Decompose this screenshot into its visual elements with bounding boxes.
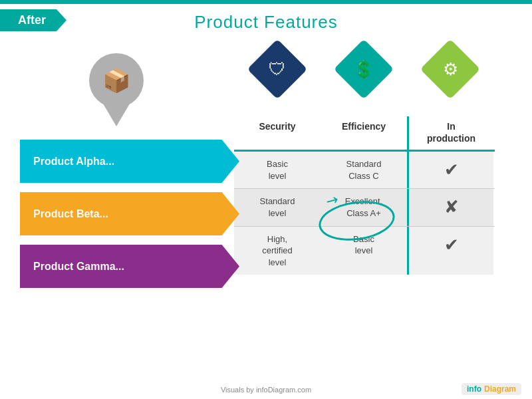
product-gamma-arrow: Product Gamma... [20, 245, 239, 288]
beta-security: Standardlevel [234, 189, 321, 225]
product-alpha-label: Product Alpha... [33, 156, 114, 168]
production-diamond-cell: ⚙ [407, 48, 493, 90]
footer-logo-diagram: Diagram [484, 384, 516, 394]
header-efficiency: Efficiency [321, 116, 407, 150]
top-bar [0, 0, 532, 4]
footer-logo: info Diagram [462, 383, 521, 395]
beta-efficiency: Excellent,Class A+ [321, 189, 407, 225]
box-icon-area: 📦 [73, 47, 160, 133]
product-beta-arrow: Product Beta... [20, 192, 239, 235]
table-row-gamma: High,certifiedlevel Basiclevel ✔ [234, 227, 495, 275]
efficiency-diamond: 💲 [334, 39, 394, 100]
alpha-efficiency: StandardClass C [321, 152, 407, 188]
products-column: Product Alpha... Product Beta... Product… [20, 140, 239, 288]
product-beta-label: Product Beta... [33, 208, 108, 220]
alpha-production: ✔ [407, 152, 493, 188]
security-diamond: 🛡 [247, 39, 308, 100]
x-icon-beta: ✘ [444, 197, 459, 217]
location-pin: 📦 [86, 53, 146, 126]
page-title: Product Features [0, 12, 532, 33]
header-in-production: Inproduction [407, 116, 493, 150]
alpha-security: Basiclevel [234, 152, 321, 188]
efficiency-icon: 💲 [353, 59, 374, 80]
gamma-security: High,certifiedlevel [234, 227, 321, 275]
product-gamma-label: Product Gamma... [33, 261, 124, 273]
table-row-beta: Standardlevel Excellent,Class A+ ✘ [234, 189, 495, 226]
security-icon: 🛡 [269, 59, 286, 80]
product-alpha-arrow: Product Alpha... [20, 140, 239, 183]
check-icon-alpha: ✔ [444, 160, 459, 180]
production-diamond: ⚙ [420, 39, 481, 100]
production-icon: ⚙ [443, 59, 458, 80]
box-icon: 📦 [102, 67, 130, 94]
diamonds-row: 🛡 💲 ⚙ [234, 48, 495, 90]
gamma-efficiency: Basiclevel [321, 227, 407, 275]
table-row-alpha: Basiclevel StandardClass C ✔ [234, 152, 495, 189]
footer-text: Visuals by infoDiagram.com [0, 386, 532, 394]
header-security: Security [234, 116, 321, 150]
pin-circle: 📦 [89, 53, 144, 108]
check-icon-gamma: ✔ [444, 235, 459, 255]
beta-production: ✘ [407, 189, 493, 225]
security-diamond-cell: 🛡 [234, 48, 321, 90]
features-table: Security Efficiency Inproduction Basicle… [234, 116, 495, 275]
gamma-production: ✔ [407, 227, 493, 275]
table-header-row: Security Efficiency Inproduction [234, 116, 495, 152]
efficiency-diamond-cell: 💲 [321, 48, 407, 90]
footer-logo-info: info [467, 384, 481, 394]
